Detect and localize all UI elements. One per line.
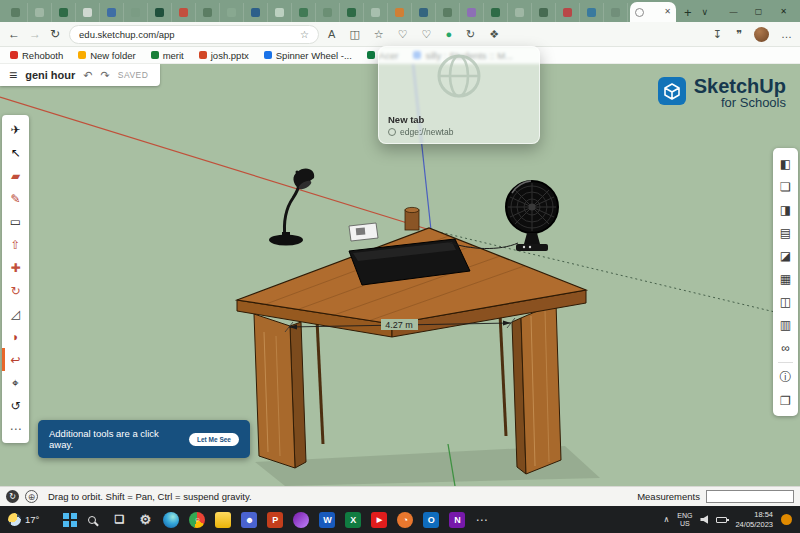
orbit-indicator-icon[interactable]: ↻ bbox=[6, 490, 19, 503]
edge-app[interactable] bbox=[163, 512, 179, 528]
browser-tab[interactable] bbox=[100, 3, 124, 22]
browser-tab[interactable] bbox=[244, 3, 268, 22]
profile-avatar[interactable] bbox=[754, 27, 769, 42]
browser-tab[interactable] bbox=[532, 3, 556, 22]
notification-badge[interactable] bbox=[781, 514, 792, 525]
start-button[interactable] bbox=[51, 509, 73, 531]
menu-hamburger-icon[interactable]: ≡ bbox=[9, 67, 17, 83]
speaker-icon[interactable] bbox=[700, 515, 708, 524]
browser-tab[interactable] bbox=[388, 3, 412, 22]
favorites-icon[interactable]: ☆ bbox=[374, 29, 384, 40]
instructor-panel[interactable]: ⓘ bbox=[773, 366, 798, 389]
forward-button[interactable]: → bbox=[29, 28, 41, 40]
browser-tab[interactable] bbox=[580, 3, 604, 22]
browser-tab[interactable] bbox=[340, 3, 364, 22]
paper-plane-tool[interactable]: ✈ bbox=[2, 118, 29, 141]
rotate-tool[interactable]: ↻ bbox=[2, 279, 29, 302]
tray-chevron-icon[interactable]: ∧ bbox=[663, 515, 669, 524]
measurements-input[interactable] bbox=[706, 490, 794, 503]
taskbar-overflow-button[interactable]: ⋯ bbox=[475, 513, 487, 527]
components-panel[interactable]: ◨ bbox=[773, 198, 798, 221]
browser-tab[interactable] bbox=[292, 3, 316, 22]
extensions-puzzle-icon[interactable]: ❖ bbox=[489, 29, 499, 40]
word-app[interactable]: W bbox=[319, 512, 335, 528]
materials-panel[interactable]: ▤ bbox=[773, 221, 798, 244]
scenes-panel[interactable]: ∞ bbox=[773, 336, 798, 359]
browser-tab[interactable] bbox=[316, 3, 340, 22]
redo-button[interactable]: ↷ bbox=[101, 69, 110, 82]
bookmark-merit[interactable]: merit bbox=[151, 50, 184, 61]
clock-app[interactable]: ◔ bbox=[397, 512, 413, 528]
browser-tab[interactable] bbox=[460, 3, 484, 22]
shape-tool[interactable]: ▭ bbox=[2, 210, 29, 233]
weather-widget[interactable]: 17° bbox=[8, 513, 39, 526]
url-bar[interactable]: edu.sketchup.com/app ☆ bbox=[69, 25, 319, 44]
minimize-button[interactable]: — bbox=[721, 0, 746, 22]
close-button[interactable]: ✕ bbox=[771, 0, 796, 22]
powerpoint-app[interactable]: P bbox=[267, 512, 283, 528]
animation-panel[interactable]: ▥ bbox=[773, 313, 798, 336]
youtube-app[interactable]: ▶ bbox=[371, 512, 387, 528]
tags-panel[interactable]: ❏ bbox=[773, 175, 798, 198]
model-info-panel[interactable]: ❐ bbox=[773, 389, 798, 412]
chrome-app[interactable]: ○ bbox=[189, 512, 205, 528]
back-button[interactable]: ← bbox=[8, 28, 20, 40]
task-view-button[interactable]: ❏ bbox=[111, 512, 127, 528]
browser-tab[interactable] bbox=[484, 3, 508, 22]
file-explorer-app[interactable] bbox=[215, 512, 231, 528]
browser-tab[interactable] bbox=[220, 3, 244, 22]
collections-icon[interactable]: ♡ bbox=[398, 29, 408, 40]
outlook-app[interactable]: O bbox=[423, 512, 439, 528]
feedback-icon[interactable]: ❞ bbox=[736, 29, 742, 40]
browser-tab[interactable] bbox=[124, 3, 148, 22]
styles-panel[interactable]: ◪ bbox=[773, 244, 798, 267]
browser-tab[interactable] bbox=[364, 3, 388, 22]
globe-help-icon[interactable]: ⊕ bbox=[25, 490, 38, 503]
battery-icon[interactable] bbox=[716, 517, 727, 523]
loop-app[interactable] bbox=[293, 512, 309, 528]
tab-close-icon[interactable]: ✕ bbox=[664, 8, 671, 16]
extension-status-icon[interactable]: ● bbox=[445, 29, 452, 40]
excel-app[interactable]: X bbox=[345, 512, 361, 528]
refresh-button[interactable]: ↻ bbox=[50, 28, 60, 40]
bookmark-new-folder[interactable]: New folder bbox=[78, 50, 135, 61]
browser-tab[interactable] bbox=[268, 3, 292, 22]
eraser-tool[interactable]: ▰ bbox=[2, 164, 29, 187]
let-me-see-button[interactable]: Let Me See bbox=[189, 433, 239, 446]
bookmark-star-icon[interactable]: ☆ bbox=[300, 29, 309, 40]
split-screen-icon[interactable]: ◫ bbox=[349, 29, 359, 40]
tab-list-chevron-icon[interactable]: ∨ bbox=[702, 7, 709, 17]
select-tool[interactable]: ↖ bbox=[2, 141, 29, 164]
outliner-panel[interactable]: ▦ bbox=[773, 267, 798, 290]
zoom-tool[interactable]: ⌖ bbox=[2, 371, 29, 394]
entity-info-panel[interactable]: ◧ bbox=[773, 152, 798, 175]
bookmark-josh-pptx[interactable]: josh.pptx bbox=[199, 50, 249, 61]
settings-app[interactable]: ⚙ bbox=[137, 512, 153, 528]
language-indicator[interactable]: ENG US bbox=[677, 512, 692, 527]
downloads-icon[interactable]: ↧ bbox=[713, 29, 722, 40]
essentials-icon[interactable]: ♡ bbox=[422, 29, 432, 40]
browser-tab[interactable] bbox=[52, 3, 76, 22]
browser-tab[interactable] bbox=[412, 3, 436, 22]
move-tool[interactable]: ✚ bbox=[2, 256, 29, 279]
pushpull-tool[interactable]: ⇧ bbox=[2, 233, 29, 256]
onenote-app[interactable]: N bbox=[449, 512, 465, 528]
pencil-tool[interactable]: ✎ bbox=[2, 187, 29, 210]
browser-tab[interactable] bbox=[556, 3, 580, 22]
document-title[interactable]: geni hour bbox=[25, 69, 75, 81]
browser-tab[interactable] bbox=[196, 3, 220, 22]
search-button[interactable] bbox=[81, 509, 103, 531]
more-tools[interactable]: ⋯ bbox=[2, 417, 29, 440]
teams-app[interactable]: ☻ bbox=[241, 512, 257, 528]
active-tab[interactable]: ✕ bbox=[630, 2, 676, 22]
display-panel[interactable]: ◫ bbox=[773, 290, 798, 313]
orbit-tool[interactable]: ↺ bbox=[2, 394, 29, 417]
new-tab-button[interactable]: + bbox=[684, 6, 692, 19]
browser-tab[interactable] bbox=[4, 3, 28, 22]
browser-tab[interactable] bbox=[76, 3, 100, 22]
browser-tab[interactable] bbox=[148, 3, 172, 22]
bookmark-spinner-wheel[interactable]: Spinner Wheel -... bbox=[264, 50, 352, 61]
browser-tab[interactable] bbox=[604, 3, 628, 22]
bookmark-rehoboth[interactable]: Rehoboth bbox=[10, 50, 63, 61]
maximize-button[interactable]: ▢ bbox=[746, 0, 771, 22]
